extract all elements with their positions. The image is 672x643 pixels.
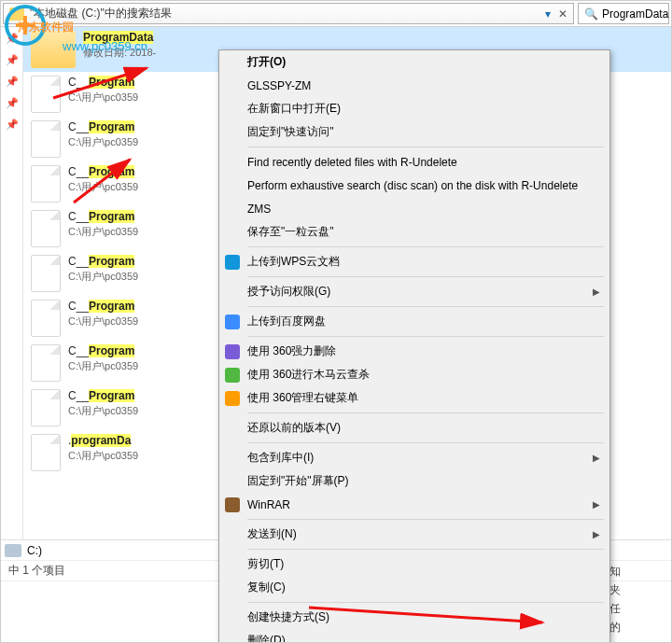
item-subtitle: C:\用户\pc0359 — [68, 180, 138, 194]
menu-separator — [247, 549, 604, 550]
file-icon — [31, 76, 61, 113]
clear-icon[interactable]: ✕ — [558, 7, 567, 21]
pin-icon[interactable]: 📌 — [6, 97, 19, 109]
menu-separator — [247, 276, 604, 277]
drive-icon — [5, 544, 21, 557]
search-value: ProgramData — [602, 7, 668, 21]
menu-item[interactable]: 固定到"快速访问" — [219, 120, 609, 144]
chevron-right-icon: ▶ — [593, 499, 600, 510]
menu-item-label: 在新窗口中打开(E) — [247, 101, 341, 117]
rar-icon — [225, 497, 240, 512]
item-name: C__Program — [68, 120, 138, 133]
scan-icon — [225, 368, 240, 383]
menu-item[interactable]: 在新窗口中打开(E) — [219, 97, 609, 120]
address-bar: "本地磁盘 (C:)"中的搜索结果 ▾ ✕ 🔍 ProgramData — [1, 1, 671, 27]
menu-item[interactable]: 创建快捷方式(S) — [219, 606, 609, 629]
menu-item-label: 剪切(T) — [247, 556, 284, 572]
chevron-right-icon: ▶ — [593, 287, 600, 297]
menu-item-label: 删除(D) — [247, 633, 286, 643]
menu-separator — [247, 412, 604, 413]
menu-separator — [247, 306, 604, 307]
menu-separator — [247, 147, 604, 147]
menu-separator — [247, 246, 604, 247]
item-subtitle: C:\用户\pc0359 — [68, 91, 138, 105]
chevron-right-icon: ▶ — [593, 453, 600, 463]
item-subtitle: C:\用户\pc0359 — [68, 404, 138, 418]
menu-item[interactable]: 固定到"开始"屏幕(P) — [219, 469, 609, 493]
breadcrumb-bar[interactable]: "本地磁盘 (C:)"中的搜索结果 ▾ ✕ — [3, 3, 574, 24]
file-icon — [31, 210, 61, 247]
search-icon: 🔍 — [584, 7, 598, 21]
wps-icon — [225, 255, 240, 270]
menu-item[interactable]: 使用 360强力删除 — [219, 340, 609, 363]
file-icon — [31, 344, 61, 382]
pin-icon[interactable]: 📌 — [6, 119, 19, 131]
menu-separator — [247, 519, 604, 520]
search-input[interactable]: 🔍 ProgramData — [578, 3, 669, 24]
menu-item[interactable]: GLSSPY-ZM — [219, 74, 609, 97]
clipped-char: 的 — [609, 618, 669, 636]
item-subtitle: C:\用户\pc0359 — [68, 359, 138, 373]
menu-item-label: 使用 360进行木马云查杀 — [247, 367, 370, 383]
menu-item-label: 使用 360强力删除 — [247, 343, 336, 359]
menu-item-label: 复制(C) — [247, 580, 286, 595]
menu-item-label: 上传到百度网盘 — [247, 314, 326, 329]
menu-item[interactable]: WinRAR▶ — [219, 493, 609, 516]
drive-label: C:) — [27, 544, 42, 557]
menu-item-label: 使用 360管理右键菜单 — [247, 390, 358, 406]
item-name: C__Program — [68, 389, 138, 402]
watermark-logo-icon — [5, 5, 46, 46]
menu-item-label: 固定到"开始"屏幕(P) — [247, 473, 349, 489]
menu-item[interactable]: 删除(D) — [219, 629, 609, 643]
menu-item-label: WinRAR — [247, 498, 290, 511]
menu-item[interactable]: 保存至"一粒云盘" — [219, 220, 609, 244]
menu-item-label: GLSSPY-ZM — [247, 79, 311, 92]
menu-item[interactable]: 上传到百度网盘 — [219, 310, 609, 333]
menu-item[interactable]: Find recently deleted files with R-Undel… — [219, 150, 609, 174]
file-icon — [31, 165, 61, 203]
menu-item[interactable]: 打开(O) — [219, 50, 609, 74]
menu-item-label: 还原以前的版本(V) — [247, 420, 341, 436]
menu-item-label: 上传到WPS云文档 — [247, 254, 340, 270]
chevron-right-icon: ▶ — [593, 529, 600, 539]
file-icon — [31, 255, 61, 292]
menu-item[interactable]: 剪切(T) — [219, 552, 609, 576]
menu-item[interactable]: 使用 360进行木马云查杀 — [219, 363, 609, 386]
file-icon — [31, 120, 61, 158]
item-subtitle: C:\用户\pc0359 — [68, 225, 138, 239]
menu-item[interactable]: 使用 360管理右键菜单 — [219, 386, 609, 410]
menu-item-label: ZMS — [247, 203, 271, 216]
item-subtitle: 修改日期: 2018- — [83, 46, 156, 60]
item-subtitle: C:\用户\pc0359 — [68, 449, 138, 463]
menu-item[interactable]: Perform exhaustive search (disc scan) on… — [219, 174, 609, 197]
menu-item[interactable]: 复制(C) — [219, 576, 609, 599]
del-icon — [225, 344, 240, 359]
item-name: C__Program — [68, 344, 138, 357]
menu-item[interactable]: 还原以前的版本(V) — [219, 416, 609, 440]
menu-item[interactable]: ZMS — [219, 197, 609, 220]
menu-item[interactable]: 上传到WPS云文档 — [219, 250, 609, 273]
menu-item-label: 授予访问权限(G) — [247, 284, 330, 300]
menu-item[interactable]: 授予访问权限(G)▶ — [219, 280, 609, 303]
file-icon — [31, 389, 61, 426]
file-icon — [31, 300, 61, 337]
menu-item[interactable]: 包含到库中(I)▶ — [219, 446, 609, 469]
mgr-icon — [225, 391, 240, 406]
menu-separator — [247, 602, 604, 603]
chevron-down-icon[interactable]: ▾ — [543, 9, 553, 19]
menu-item[interactable]: 发送到(N)▶ — [219, 523, 609, 546]
clipped-char: 任 — [609, 599, 669, 618]
clipped-text: 知夹任的 — [609, 562, 669, 636]
menu-item-label: Perform exhaustive search (disc scan) on… — [247, 179, 578, 192]
item-subtitle: C:\用户\pc0359 — [68, 135, 138, 149]
item-name: ProgramData — [83, 31, 156, 44]
clipped-char: 夹 — [609, 580, 669, 599]
file-icon — [31, 434, 61, 471]
menu-separator — [247, 336, 604, 337]
pin-icon[interactable]: 📌 — [6, 76, 19, 88]
pin-icon[interactable]: 📌 — [6, 54, 19, 66]
item-name: C__Program — [68, 300, 138, 313]
menu-item-label: Find recently deleted files with R-Undel… — [247, 156, 457, 169]
quick-access-strip: 📌 📌 📌 📌 📌 — [1, 27, 23, 540]
item-subtitle: C:\用户\pc0359 — [68, 270, 138, 284]
